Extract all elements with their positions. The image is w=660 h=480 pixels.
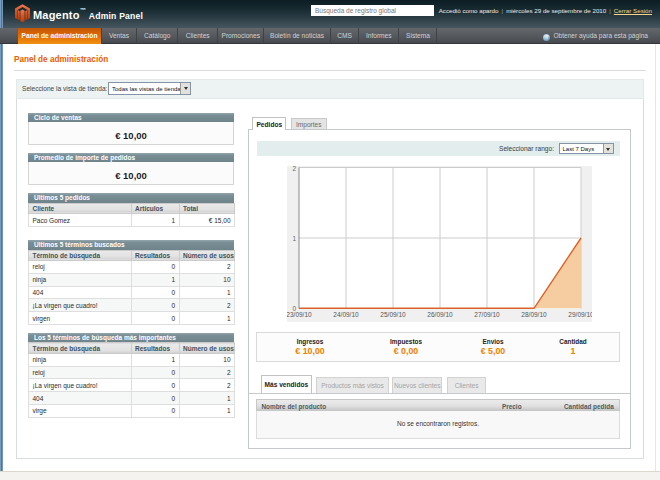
svg-text:24/09/10: 24/09/10: [333, 311, 359, 318]
svg-text:26/09/10: 26/09/10: [427, 311, 453, 318]
svg-text:1: 1: [292, 235, 296, 242]
svg-text:2: 2: [292, 166, 296, 172]
svg-text:28/09/10: 28/09/10: [521, 311, 547, 318]
svg-text:27/09/10: 27/09/10: [474, 311, 500, 318]
svg-text:29/09/10: 29/09/10: [568, 311, 592, 318]
svg-text:23/09/10: 23/09/10: [287, 311, 312, 318]
svg-text:25/09/10: 25/09/10: [380, 311, 406, 318]
